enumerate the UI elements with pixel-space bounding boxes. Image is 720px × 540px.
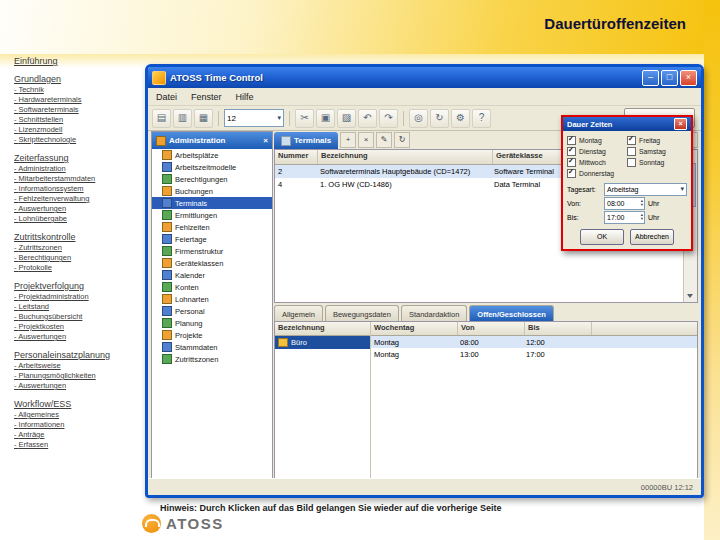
nav-link-auswertungen-pep[interactable]: Auswertungen xyxy=(14,381,142,391)
nav-link-lizenzmodell[interactable]: Lizenzmodell xyxy=(14,125,142,135)
checkbox[interactable] xyxy=(627,136,636,145)
nav-link-mitarbeiterstammdaten[interactable]: Mitarbeiterstammdaten xyxy=(14,174,142,184)
nav-link-projektadministration[interactable]: Projektadministration xyxy=(14,292,142,302)
spinner-icon[interactable]: ▴▾ xyxy=(641,199,643,208)
maximize-button[interactable]: □ xyxy=(661,70,678,86)
column-header-nummer[interactable]: Nummer xyxy=(275,150,318,164)
tree-item[interactable]: Firmenstruktur xyxy=(152,245,272,257)
tree-tab-administration[interactable]: Administration × xyxy=(152,132,272,149)
redo-icon[interactable]: ↷ xyxy=(379,109,398,128)
app-screenshot-link[interactable]: ATOSS Time Control – □ × Datei Fenster H… xyxy=(145,64,704,498)
times-row[interactable]: Montag 08:00 12:00 xyxy=(371,336,697,348)
add-icon[interactable]: + xyxy=(340,132,356,148)
checkbox-donnerstag[interactable]: Donnerstag xyxy=(567,168,627,179)
checkbox-dienstag[interactable]: Dienstag xyxy=(567,146,627,157)
column-header-wochentag[interactable]: Wochentag xyxy=(371,322,458,335)
column-header-von[interactable]: Von xyxy=(458,322,525,335)
copy-icon[interactable]: ▣ xyxy=(316,109,335,128)
nav-link-erfassen[interactable]: Erfassen xyxy=(14,440,142,450)
nav-link-antraege[interactable]: Anträge xyxy=(14,430,142,440)
column-header-bezeichnung[interactable]: Bezeichnung xyxy=(318,150,493,164)
tree-item[interactable]: Zutrittszonen xyxy=(152,353,272,365)
refresh-icon[interactable]: ↻ xyxy=(394,132,410,148)
tree-item-terminals[interactable]: Terminals xyxy=(152,197,272,209)
tree-item[interactable]: Arbeitsplätze xyxy=(152,149,272,161)
cancel-button[interactable]: Abbrechen xyxy=(630,229,674,245)
checkbox[interactable] xyxy=(567,136,576,145)
nav-section-zeiterfassung[interactable]: Zeiterfassung xyxy=(14,153,142,163)
minimize-button[interactable]: – xyxy=(642,70,659,86)
close-icon[interactable]: × xyxy=(674,118,687,130)
checkbox[interactable] xyxy=(567,169,576,178)
zone-item-buero[interactable]: Büro xyxy=(275,336,370,349)
checkbox-samstag[interactable]: Samstag xyxy=(627,146,687,157)
nav-link-berechtigungen[interactable]: Berechtigungen xyxy=(14,253,142,263)
tree-item[interactable]: Projekte xyxy=(152,329,272,341)
edit-icon[interactable]: ✎ xyxy=(376,132,392,148)
nav-section-projektverfolgung[interactable]: Projektverfolgung xyxy=(14,281,142,291)
nav-link-fehlzeitenverwaltung[interactable]: Fehlzeitenverwaltung xyxy=(14,194,142,204)
nav-link-schnittstellen[interactable]: Schnittstellen xyxy=(14,115,142,125)
nav-link-informationen[interactable]: Informationen xyxy=(14,420,142,430)
tab-standardaktion[interactable]: Standardaktion xyxy=(401,305,467,322)
settings-icon[interactable]: ⚙ xyxy=(451,109,470,128)
tab-allgemein[interactable]: Allgemein xyxy=(274,305,323,322)
tree-item[interactable]: Arbeitszeitmodelle xyxy=(152,161,272,173)
ok-button[interactable]: OK xyxy=(580,229,624,245)
bis-time-input[interactable]: 17:00 ▴▾ xyxy=(604,211,645,224)
cut-icon[interactable]: ✂ xyxy=(295,109,314,128)
nav-section-zutrittskontrolle[interactable]: Zutrittskontrolle xyxy=(14,232,142,242)
checkbox[interactable] xyxy=(627,158,636,167)
nav-section-workflow-ess[interactable]: Workflow/ESS xyxy=(14,399,142,409)
delete-icon[interactable]: × xyxy=(358,132,374,148)
print-icon[interactable]: ▦ xyxy=(194,109,213,128)
tagesart-select[interactable]: Arbeitstag ▾ xyxy=(604,183,687,196)
new-icon[interactable]: ▤ xyxy=(152,109,171,128)
column-header-bis[interactable]: Bis xyxy=(525,322,592,335)
nav-link-allgemeines[interactable]: Allgemeines xyxy=(14,410,142,420)
tree-item[interactable]: Fehlzeiten xyxy=(152,221,272,233)
refresh-icon[interactable]: ↻ xyxy=(430,109,449,128)
nav-link-administration[interactable]: Administration xyxy=(14,164,142,174)
tree-item[interactable]: Geräteklassen xyxy=(152,257,272,269)
checkbox-freitag[interactable]: Freitag xyxy=(627,135,687,146)
nav-section-personaleinsatzplanung[interactable]: Personaleinsatzplanung xyxy=(14,350,142,360)
nav-link-softwareterminals[interactable]: Softwareterminals xyxy=(14,105,142,115)
tree-item[interactable]: Feiertage xyxy=(152,233,272,245)
checkbox-montag[interactable]: Montag xyxy=(567,135,627,146)
nav-link-arbeitsweise[interactable]: Arbeitsweise xyxy=(14,361,142,371)
save-icon[interactable]: ▥ xyxy=(173,109,192,128)
checkbox[interactable] xyxy=(567,147,576,156)
menu-datei[interactable]: Datei xyxy=(156,92,177,102)
nav-link-planungsmoeglichkeiten[interactable]: Planungsmöglichkeiten xyxy=(14,371,142,381)
nav-link-buchungsuebersicht[interactable]: Buchungsübersicht xyxy=(14,312,142,322)
checkbox[interactable] xyxy=(627,147,636,156)
checkbox-mittwoch[interactable]: Mittwoch xyxy=(567,157,627,168)
tab-offen-geschlossen[interactable]: Offen/Geschlossen xyxy=(469,305,553,322)
close-icon[interactable]: × xyxy=(263,136,268,145)
nav-link-leitstand[interactable]: Leitstand xyxy=(14,302,142,312)
nav-link-auswertungen[interactable]: Auswertungen xyxy=(14,204,142,214)
nav-section-grundlagen[interactable]: Grundlagen xyxy=(14,74,142,84)
checkbox-sonntag[interactable]: Sonntag xyxy=(627,157,687,168)
tree-item[interactable]: Buchungen xyxy=(152,185,272,197)
spinner-icon[interactable]: ▴▾ xyxy=(641,213,643,222)
nav-link-lohnuebergabe[interactable]: Lohnübergabe xyxy=(14,214,142,224)
search-icon[interactable]: ◎ xyxy=(409,109,428,128)
nav-link-hardwareterminals[interactable]: Hardwareterminals xyxy=(14,95,142,105)
tree-item[interactable]: Planung xyxy=(152,317,272,329)
von-time-input[interactable]: 08:00 ▴▾ xyxy=(604,197,645,210)
checkbox[interactable] xyxy=(567,158,576,167)
nav-link-protokolle[interactable]: Protokolle xyxy=(14,263,142,273)
tab-bewegungsdaten[interactable]: Bewegungsdaten xyxy=(325,305,399,322)
period-combo[interactable]: 12 ▾ xyxy=(224,109,284,127)
tree-item[interactable]: Kalender xyxy=(152,269,272,281)
tree-item[interactable]: Ermittlungen xyxy=(152,209,272,221)
nav-link-zutrittszonen[interactable]: Zutrittszonen xyxy=(14,243,142,253)
tree-item[interactable]: Berechtigungen xyxy=(152,173,272,185)
menu-fenster[interactable]: Fenster xyxy=(191,92,222,102)
menu-hilfe[interactable]: Hilfe xyxy=(236,92,254,102)
times-row[interactable]: Montag 13:00 17:00 xyxy=(371,348,697,360)
tree-item[interactable]: Lohnarten xyxy=(152,293,272,305)
tree-item[interactable]: Stammdaten xyxy=(152,341,272,353)
